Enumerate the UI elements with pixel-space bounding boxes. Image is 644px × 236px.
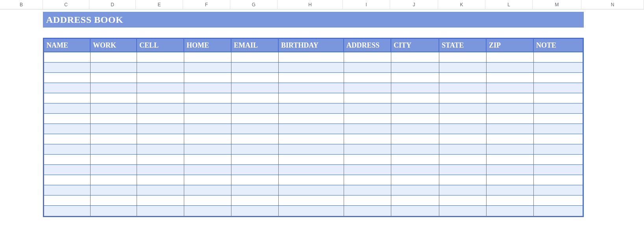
table-cell[interactable] (344, 63, 391, 73)
table-cell[interactable] (439, 206, 487, 216)
table-cell[interactable] (391, 93, 439, 103)
table-cell[interactable] (44, 52, 91, 63)
table-cell[interactable] (91, 103, 137, 114)
table-cell[interactable] (91, 114, 137, 124)
table-cell[interactable] (44, 134, 91, 144)
table-cell[interactable] (391, 134, 439, 144)
table-cell[interactable] (439, 93, 487, 103)
table-cell[interactable] (534, 165, 583, 175)
table-cell[interactable] (439, 185, 487, 195)
table-cell[interactable] (391, 175, 439, 185)
table-cell[interactable] (344, 185, 391, 195)
table-cell[interactable] (279, 103, 344, 114)
table-cell[interactable] (137, 134, 184, 144)
table-cell[interactable] (137, 165, 184, 175)
table-cell[interactable] (137, 124, 184, 134)
column-header-F[interactable]: F (183, 0, 230, 9)
table-cell[interactable] (279, 114, 344, 124)
column-header-L[interactable]: L (485, 0, 533, 9)
table-cell[interactable] (44, 195, 91, 206)
column-header-D[interactable]: D (89, 0, 136, 9)
column-header-J[interactable]: J (390, 0, 438, 9)
table-cell[interactable] (44, 155, 91, 165)
table-cell[interactable] (137, 93, 184, 103)
table-cell[interactable] (344, 83, 391, 93)
table-cell[interactable] (487, 144, 534, 155)
table-cell[interactable] (44, 73, 91, 83)
table-cell[interactable] (231, 175, 279, 185)
table-cell[interactable] (344, 165, 391, 175)
table-header-address[interactable]: ADDRESS (344, 39, 391, 52)
table-cell[interactable] (439, 63, 487, 73)
table-cell[interactable] (439, 175, 487, 185)
table-cell[interactable] (279, 134, 344, 144)
table-cell[interactable] (184, 114, 231, 124)
table-header-name[interactable]: NAME (44, 39, 91, 52)
table-cell[interactable] (439, 73, 487, 83)
column-header-N[interactable]: N (581, 0, 644, 9)
table-cell[interactable] (184, 144, 231, 155)
column-header-M[interactable]: M (533, 0, 581, 9)
column-header-C[interactable]: C (43, 0, 89, 9)
table-cell[interactable] (231, 103, 279, 114)
table-cell[interactable] (487, 103, 534, 114)
table-cell[interactable] (184, 124, 231, 134)
table-cell[interactable] (534, 83, 583, 93)
table-header-birthday[interactable]: BIRTHDAY (279, 39, 344, 52)
table-cell[interactable] (279, 144, 344, 155)
table-cell[interactable] (184, 93, 231, 103)
table-cell[interactable] (487, 73, 534, 83)
table-cell[interactable] (391, 144, 439, 155)
table-cell[interactable] (137, 175, 184, 185)
table-cell[interactable] (534, 195, 583, 206)
table-cell[interactable] (534, 155, 583, 165)
table-cell[interactable] (231, 195, 279, 206)
table-cell[interactable] (184, 195, 231, 206)
table-cell[interactable] (91, 63, 137, 73)
table-cell[interactable] (279, 63, 344, 73)
table-cell[interactable] (344, 144, 391, 155)
table-cell[interactable] (534, 103, 583, 114)
table-cell[interactable] (487, 206, 534, 216)
table-cell[interactable] (279, 124, 344, 134)
table-cell[interactable] (44, 93, 91, 103)
table-cell[interactable] (439, 134, 487, 144)
table-cell[interactable] (184, 206, 231, 216)
table-cell[interactable] (391, 124, 439, 134)
table-cell[interactable] (231, 114, 279, 124)
table-cell[interactable] (279, 175, 344, 185)
table-cell[interactable] (391, 73, 439, 83)
table-cell[interactable] (279, 195, 344, 206)
table-cell[interactable] (534, 73, 583, 83)
table-cell[interactable] (231, 83, 279, 93)
table-cell[interactable] (344, 52, 391, 63)
table-cell[interactable] (391, 63, 439, 73)
table-cell[interactable] (344, 175, 391, 185)
table-cell[interactable] (391, 165, 439, 175)
table-cell[interactable] (44, 185, 91, 195)
table-cell[interactable] (91, 185, 137, 195)
table-cell[interactable] (534, 185, 583, 195)
table-cell[interactable] (184, 165, 231, 175)
table-cell[interactable] (231, 52, 279, 63)
table-header-note[interactable]: NOTE (534, 39, 583, 52)
table-cell[interactable] (44, 206, 91, 216)
table-cell[interactable] (487, 165, 534, 175)
column-header-H[interactable]: H (278, 0, 343, 9)
table-cell[interactable] (184, 134, 231, 144)
table-header-home[interactable]: HOME (184, 39, 231, 52)
table-cell[interactable] (534, 52, 583, 63)
table-cell[interactable] (137, 114, 184, 124)
table-cell[interactable] (534, 134, 583, 144)
table-cell[interactable] (91, 165, 137, 175)
table-cell[interactable] (44, 165, 91, 175)
table-cell[interactable] (91, 93, 137, 103)
table-cell[interactable] (279, 83, 344, 93)
table-cell[interactable] (487, 175, 534, 185)
table-cell[interactable] (439, 165, 487, 175)
table-cell[interactable] (344, 73, 391, 83)
table-cell[interactable] (391, 155, 439, 165)
table-cell[interactable] (44, 124, 91, 134)
table-header-email[interactable]: EMAIL (231, 39, 279, 52)
table-header-zip[interactable]: ZIP (487, 39, 534, 52)
